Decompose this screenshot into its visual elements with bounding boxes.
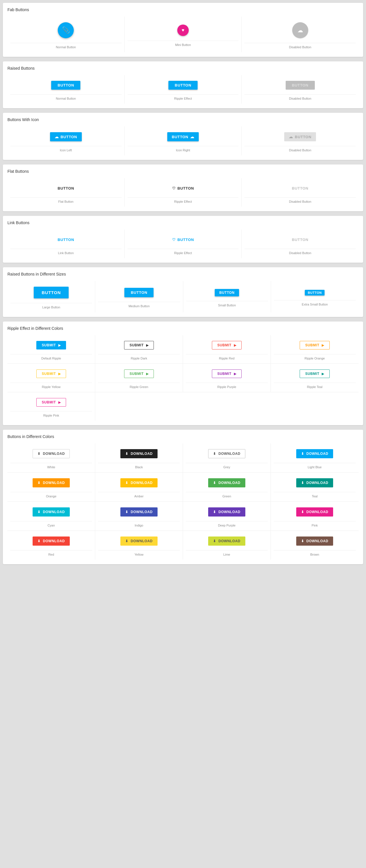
- ripple-red-cell: SUBMIT ▶ Ripple Red: [183, 335, 271, 364]
- icon-right-button[interactable]: BUTTON ☁: [167, 132, 199, 141]
- color-green-label: Green: [186, 492, 268, 498]
- fab-mini-label: Mini Button: [128, 40, 239, 46]
- color-orange-cell: ⬇ DOWNLOAD Orange: [7, 472, 95, 502]
- flat-disabled-label: Disabled Button: [245, 197, 356, 203]
- link-button-row: BUTTON Link Button ♡ BUTTON Ripple Effec…: [7, 229, 359, 258]
- ripple-purple-button[interactable]: SUBMIT ▶: [212, 369, 242, 378]
- flat-ripple-button[interactable]: ♡ BUTTON: [168, 184, 198, 193]
- arrow-right-icon-yellow: ▶: [58, 372, 61, 376]
- raised-normal-cell: BUTTON Normal Button: [7, 75, 125, 104]
- color-teal-label: Teal: [274, 492, 356, 498]
- color-cyan-text: DOWNLOAD: [43, 510, 65, 514]
- color-grey-cell: ⬇ DOWNLOAD Grey: [183, 443, 271, 472]
- color-black-cell: ⬇ DOWNLOAD Black: [95, 443, 183, 472]
- size-large-button[interactable]: BUTTON: [34, 287, 69, 299]
- size-xsmall-button[interactable]: BUTTON: [305, 290, 325, 296]
- raised-normal-label: Normal Button: [10, 94, 121, 100]
- color-yellow-text: DOWNLOAD: [131, 539, 153, 543]
- color-lightblue-button[interactable]: ⬇ DOWNLOAD: [296, 449, 333, 458]
- raised-ripple-button[interactable]: BUTTON: [168, 81, 198, 90]
- size-small-button[interactable]: BUTTON: [215, 289, 239, 297]
- flat-ripple-label: Ripple Effect: [128, 197, 239, 203]
- ripple-orange-text: SUBMIT: [305, 343, 319, 347]
- flat-button-row: BUTTON Flat Button ♡ BUTTON Ripple Effec…: [7, 178, 359, 207]
- size-large-cell: BUTTON Large Button: [7, 281, 95, 312]
- color-orange-button[interactable]: ⬇ DOWNLOAD: [33, 478, 69, 487]
- arrow-right-icon-orange: ▶: [322, 343, 324, 347]
- ripple-teal-button[interactable]: SUBMIT ▶: [300, 369, 329, 378]
- icon-right-label: Icon Right: [128, 146, 239, 152]
- raised-ripple-label: Ripple Effect: [128, 94, 239, 100]
- ripple-pink-label: Ripple Pink: [10, 411, 92, 417]
- link-normal-label: Link Button: [10, 249, 121, 255]
- color-black-button[interactable]: ⬇ DOWNLOAD: [120, 449, 157, 458]
- link-normal-button[interactable]: BUTTON: [53, 235, 79, 244]
- flat-normal-button[interactable]: BUTTON: [53, 184, 79, 193]
- color-teal-button[interactable]: ⬇ DOWNLOAD: [296, 478, 333, 487]
- link-section-title: Link Buttons: [7, 220, 359, 225]
- color-indigo-button[interactable]: ⬇ DOWNLOAD: [120, 507, 157, 517]
- arrow-right-icon-green: ▶: [146, 372, 149, 376]
- size-large-label: Large Button: [10, 303, 92, 309]
- sizes-section: Raised Buttons in Different Sizes BUTTON…: [3, 267, 363, 317]
- color-amber-label: Amber: [98, 492, 180, 498]
- color-lightblue-cell: ⬇ DOWNLOAD Light Blue: [271, 443, 359, 472]
- fab-buttons-section: Fab Buttons 📎 Normal Button ♥ Mini Butto…: [3, 3, 363, 57]
- fab-disabled-label: Disabled Button: [245, 43, 356, 49]
- fab-button-row: 📎 Normal Button ♥ Mini Button ☁ Disabled…: [7, 17, 359, 52]
- color-red-button[interactable]: ⬇ DOWNLOAD: [33, 536, 69, 546]
- cloud-upload-icon: ☁: [298, 27, 303, 34]
- raised-normal-button[interactable]: BUTTON: [51, 81, 80, 90]
- color-yellow-button[interactable]: ⬇ DOWNLOAD: [120, 536, 157, 546]
- ripple-dark-button[interactable]: SUBMIT ▶: [124, 341, 154, 349]
- ripple-teal-text: SUBMIT: [305, 372, 319, 376]
- color-green-button[interactable]: ⬇ DOWNLOAD: [208, 478, 245, 487]
- color-pink-text: DOWNLOAD: [306, 510, 328, 514]
- heart-icon-flat: ♡: [172, 186, 176, 190]
- flat-disabled-cell: BUTTON Disabled Button: [242, 178, 359, 207]
- ripple-orange-button[interactable]: SUBMIT ▶: [300, 341, 329, 349]
- ripple-default-button[interactable]: SUBMIT ▶: [36, 341, 66, 349]
- ripple-red-label: Ripple Red: [186, 354, 268, 360]
- color-indigo-cell: ⬇ DOWNLOAD Indigo: [95, 502, 183, 531]
- icon-left-button[interactable]: ☁ BUTTON: [50, 132, 82, 141]
- ripple-orange-label: Ripple Orange: [274, 354, 356, 360]
- download-icon-green: ⬇: [213, 481, 216, 485]
- color-cyan-cell: ⬇ DOWNLOAD Cyan: [7, 502, 95, 531]
- link-disabled-label: Disabled Button: [245, 249, 356, 255]
- ripple-yellow-cell: SUBMIT ▶ Ripple Yellow: [7, 364, 95, 392]
- color-amber-button[interactable]: ⬇ DOWNLOAD: [120, 478, 157, 487]
- cloud-icon-right: ☁: [190, 134, 194, 139]
- ripple-red-button[interactable]: SUBMIT ▶: [212, 341, 242, 349]
- color-black-label: Black: [98, 463, 180, 469]
- size-medium-button[interactable]: BUTTON: [124, 288, 153, 297]
- color-pink-button[interactable]: ⬇ DOWNLOAD: [296, 507, 333, 517]
- ripple-pink-button[interactable]: SUBMIT ▶: [36, 398, 66, 407]
- ripple-green-button[interactable]: SUBMIT ▶: [124, 369, 154, 378]
- color-white-button[interactable]: ⬇ DOWNLOAD: [33, 449, 69, 458]
- ripple-yellow-button[interactable]: SUBMIT ▶: [36, 369, 66, 378]
- ripple-yellow-text: SUBMIT: [42, 372, 56, 376]
- flat-normal-label: Flat Button: [10, 197, 121, 203]
- download-icon-grey: ⬇: [213, 452, 216, 456]
- flat-buttons-section: Flat Buttons BUTTON Flat Button ♡ BUTTON…: [3, 164, 363, 211]
- color-lime-button[interactable]: ⬇ DOWNLOAD: [208, 536, 245, 546]
- link-ripple-button[interactable]: ♡ BUTTON: [168, 235, 198, 244]
- fab-normal-button[interactable]: 📎: [58, 22, 74, 38]
- color-cyan-button[interactable]: ⬇ DOWNLOAD: [33, 507, 69, 517]
- download-icon-amber: ⬇: [125, 481, 129, 485]
- color-brown-button[interactable]: ⬇ DOWNLOAD: [296, 536, 333, 546]
- download-icon-brown: ⬇: [301, 539, 304, 543]
- fab-mini-cell: ♥ Mini Button: [125, 17, 242, 52]
- color-red-text: DOWNLOAD: [43, 539, 65, 543]
- flat-section-title: Flat Buttons: [7, 169, 359, 174]
- color-brown-cell: ⬇ DOWNLOAD Brown: [271, 531, 359, 560]
- ripple-green-text: SUBMIT: [130, 372, 144, 376]
- color-cyan-label: Cyan: [10, 521, 92, 527]
- color-grey-button[interactable]: ⬇ DOWNLOAD: [208, 449, 245, 458]
- size-xsmall-label: Extra Small Button: [274, 300, 356, 306]
- download-icon-lightblue: ⬇: [301, 452, 304, 456]
- color-deeppurple-button[interactable]: ⬇ DOWNLOAD: [208, 507, 245, 517]
- fab-mini-button[interactable]: ♥: [177, 25, 189, 36]
- ripple-teal-cell: SUBMIT ▶ Ripple Teal: [271, 364, 359, 392]
